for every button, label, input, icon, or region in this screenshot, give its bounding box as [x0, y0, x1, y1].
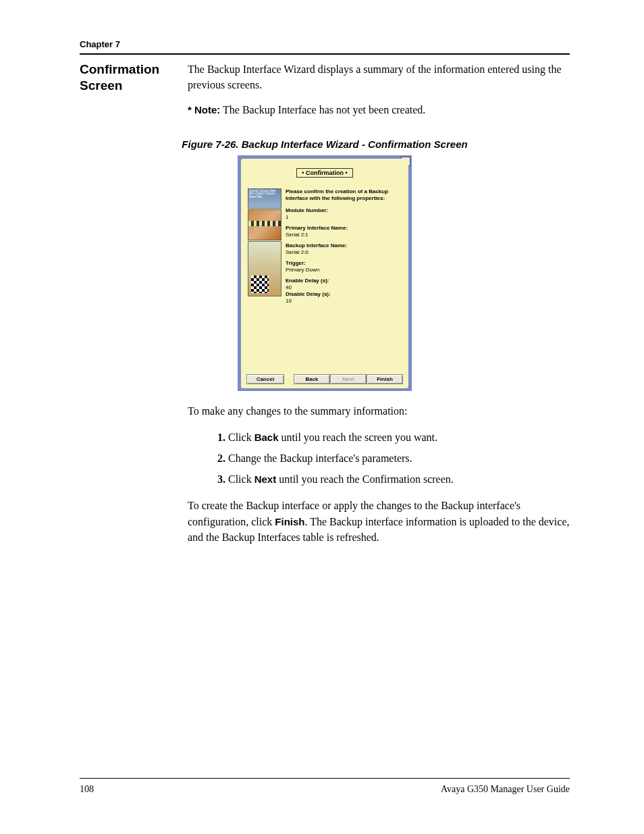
finish-button[interactable]: Finish	[367, 374, 403, 384]
wizard-fields: Please confirm the creation of a Backup …	[286, 188, 402, 309]
field-trigger: Trigger: Primary Down	[286, 260, 402, 273]
field-value: 1	[286, 214, 402, 221]
step-text-pre: Click	[228, 432, 254, 443]
wizard-graphic-flag	[248, 241, 281, 296]
step-item: 2. Change the Backup interface's paramet…	[217, 449, 570, 467]
wizard-side-graphic: Grand Canyon East Rim Grand Canyon West …	[248, 188, 281, 309]
field-label: Disable Delay (s):	[286, 291, 402, 298]
step-item: 1. Click Back until you reach the screen…	[217, 428, 570, 446]
page-footer: 108 Avaya G350 Manager User Guide	[80, 778, 570, 795]
after-figure-block: To make any changes to the summary infor…	[188, 403, 570, 545]
field-label: Primary Interface Name:	[286, 225, 402, 232]
wizard-graphic-map: Grand Canyon East Rim Grand Canyon West …	[248, 188, 281, 209]
wizard-inner: • Confirmation • Grand Canyon East Rim G…	[241, 159, 408, 388]
step-number: 3.	[217, 473, 225, 485]
field-backup-interface: Backup Interface Name: Serial 2:0	[286, 242, 402, 256]
closing-paragraph: To create the Backup interface or apply …	[188, 498, 570, 545]
wizard-intro-text: Please confirm the creation of a Backup …	[286, 188, 402, 202]
step-text-post: until you reach the screen you want.	[279, 432, 437, 443]
button-spacer	[284, 374, 294, 384]
step-bold: Back	[254, 432, 279, 443]
back-button[interactable]: Back	[294, 374, 330, 384]
header-rule	[80, 53, 570, 55]
wizard-title-badge: • Confirmation •	[296, 168, 353, 178]
field-value: Serial 2:1	[286, 232, 402, 238]
document-page: Chapter 7 Confirmation Screen The Backup…	[0, 0, 644, 834]
section-row: Confirmation Screen The Backup Interface…	[80, 61, 570, 118]
field-label: Trigger:	[286, 260, 402, 267]
body-column: The Backup Interface Wizard displays a s…	[188, 61, 570, 118]
wizard-dialog: X • Confirmation • Grand Canyon East Rim…	[238, 155, 412, 391]
step-item: 3. Click Next until you reach the Confir…	[217, 470, 570, 488]
field-label: Backup Interface Name:	[286, 242, 402, 249]
changes-intro: To make any changes to the summary infor…	[188, 403, 570, 419]
field-value: Serial 2:0	[286, 249, 402, 256]
field-value: Primary Down	[286, 267, 402, 273]
steps-list: 1. Click Back until you reach the screen…	[217, 428, 570, 489]
closing-finish-word: Finish	[275, 516, 304, 527]
doc-title-footer: Avaya G350 Manager User Guide	[441, 784, 570, 795]
step-number: 1.	[217, 432, 225, 443]
field-value: 40	[286, 284, 402, 291]
step-number: 2.	[217, 452, 225, 464]
page-number: 108	[80, 784, 94, 795]
section-heading: Confirmation Screen	[80, 61, 188, 94]
step-text-pre: Change the Backup interface's parameters…	[228, 452, 412, 464]
wizard-body: Grand Canyon East Rim Grand Canyon West …	[248, 188, 402, 309]
intro-paragraph: The Backup Interface Wizard displays a s…	[188, 61, 570, 93]
field-value: 10	[286, 298, 402, 305]
field-enable-delay: Enable Delay (s): 40 Disable Delay (s): …	[286, 278, 402, 305]
wizard-graphic-canyon	[248, 209, 281, 240]
wizard-button-row: Cancel Back Next Finish	[246, 374, 403, 384]
field-module-number: Module Number: 1	[286, 207, 402, 221]
chapter-header: Chapter 7	[80, 39, 570, 49]
note-line: * Note: The Backup Interface has not yet…	[188, 102, 570, 118]
step-text-pre: Click	[228, 473, 254, 485]
note-label: * Note:	[188, 104, 220, 115]
step-text-post: until you reach the Confirmation screen.	[276, 473, 454, 485]
step-bold: Next	[254, 473, 277, 485]
field-label: Module Number:	[286, 207, 402, 214]
note-text: The Backup Interface has not yet been cr…	[220, 104, 425, 115]
field-label: Enable Delay (s):	[286, 278, 402, 284]
figure-caption: Figure 7-26. Backup Interface Wizard - C…	[80, 138, 570, 150]
cancel-button[interactable]: Cancel	[246, 374, 284, 384]
field-primary-interface: Primary Interface Name: Serial 2:1	[286, 225, 402, 238]
next-button: Next	[330, 374, 367, 384]
